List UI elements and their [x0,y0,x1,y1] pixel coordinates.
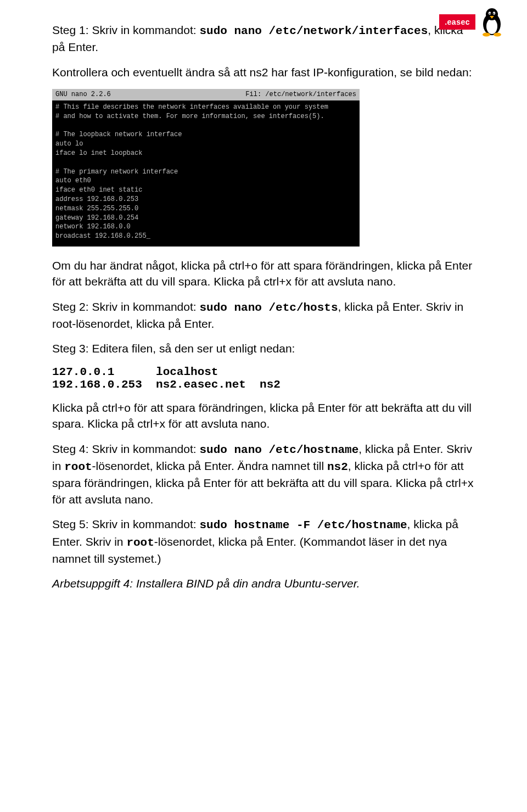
svg-point-6 [493,13,494,14]
step2-prefix: Steg 2: Skriv in kommandot: [52,300,199,313]
svg-point-7 [483,33,490,37]
step5-root: root [126,536,154,549]
step5-cmd: sudo hostname -F /etc/hostname [199,519,407,531]
svg-point-1 [486,19,497,34]
terminal-titlebar: GNU nano 2.2.6 Fil: /etc/network/interfa… [52,89,360,100]
terminal-title-right: Fil: /etc/network/interfaces [245,90,356,99]
step4-cmd: sudo nano /etc/hostname [199,444,358,456]
step1-text: Steg 1: Skriv in kommandot: sudo nano /e… [52,22,475,55]
after-terminal-text: Om du har ändrat något, klicka på ctrl+o… [52,257,475,290]
step3-intro: Steg 3: Editera filen, så den ser ut enl… [52,340,475,356]
step4-text: Steg 4: Skriv in kommandot: sudo nano /e… [52,441,475,508]
step4-mid2: -lösenordet, klicka på Enter. Ändra namn… [92,460,327,472]
terminal-title-left: GNU nano 2.2.6 [55,90,111,99]
step4-prefix: Steg 4: Skriv in kommandot: [52,443,199,455]
terminal-screenshot: GNU nano 2.2.6 Fil: /etc/network/interfa… [52,89,360,247]
step5-text: Steg 5: Skriv in kommandot: sudo hostnam… [52,516,475,567]
hosts-file-block: 127.0.0.1 localhost 192.168.0.253 ns2.ea… [52,366,475,391]
step5-prefix: Steg 5: Skriv in kommandot: [52,518,199,530]
step2-cmd: sudo nano /etc/hosts [199,301,338,314]
header-logo: .easec [439,7,505,37]
step2-text: Steg 2: Skriv in kommandot: sudo nano /e… [52,299,475,332]
intro2-text: Kontrollera och eventuellt ändra så att … [52,64,475,80]
task4-heading: Arbetsuppgift 4: Installera BIND på din … [52,575,475,591]
penguin-icon [479,7,505,37]
svg-point-5 [489,13,490,14]
step4-root: root [64,461,92,473]
step1-prefix: Steg 1: Skriv in kommandot: [52,24,199,36]
svg-point-8 [494,33,501,37]
step1-cmd: sudo nano /etc/network/interfaces [199,25,428,37]
terminal-body: # This file describes the network interf… [52,100,360,247]
logo-box: .easec [439,14,475,30]
step4-ns2: ns2 [327,461,348,473]
after-hosts-text: Klicka på ctrl+o för att spara förändrin… [52,400,475,432]
